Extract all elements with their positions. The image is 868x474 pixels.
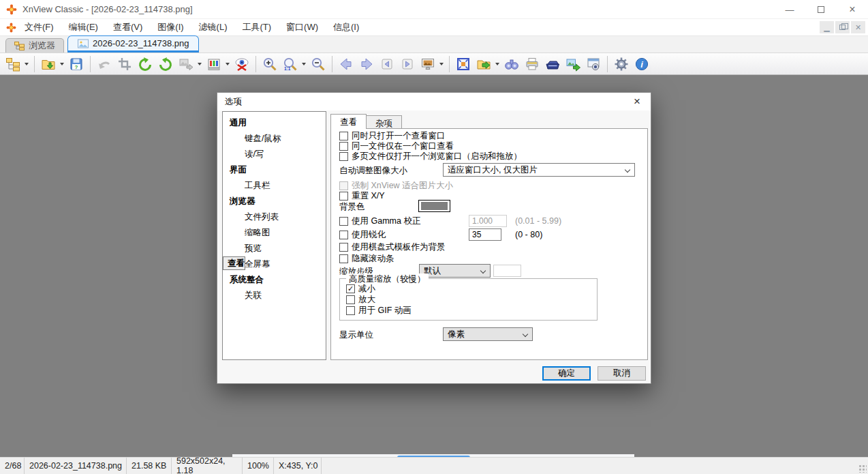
- rotate-right-button[interactable]: [155, 55, 176, 74]
- browse-button[interactable]: [3, 55, 23, 74]
- tree-item-interface[interactable]: 界面: [223, 162, 326, 178]
- zoom-dropdown[interactable]: [300, 55, 307, 74]
- mdi-restore-button[interactable]: [835, 21, 850, 33]
- menu-window[interactable]: 窗口(W): [279, 19, 325, 35]
- slideshow-button[interactable]: [418, 55, 438, 74]
- tree-item-preview[interactable]: 预览: [223, 241, 326, 256]
- undo-button[interactable]: [94, 55, 114, 74]
- tree-item-browser[interactable]: 浏览器: [223, 194, 326, 209]
- next-arrow-icon: [359, 57, 374, 72]
- checkbox-checkerboard[interactable]: [339, 243, 348, 252]
- maximize-button[interactable]: [805, 0, 837, 19]
- mdi-close-button[interactable]: ✕: [851, 21, 865, 33]
- fullscreen-icon: [456, 57, 471, 72]
- adjust-colors-dropdown[interactable]: [224, 55, 230, 74]
- tree-item-system-integration[interactable]: 系统整合: [223, 272, 326, 288]
- batch-convert-button[interactable]: [563, 55, 583, 74]
- settings-button[interactable]: [611, 55, 632, 74]
- dialog-tab-misc[interactable]: 杂项: [367, 115, 402, 129]
- last-image-button[interactable]: [397, 55, 418, 74]
- slideshow-dropdown[interactable]: [438, 55, 444, 74]
- checkbox-hide-scrollbars[interactable]: [339, 254, 348, 263]
- open-with-icon: [476, 57, 491, 72]
- menu-edit[interactable]: 编辑(E): [62, 19, 105, 35]
- convert-button[interactable]: [176, 55, 196, 74]
- next-image-button[interactable]: [356, 55, 377, 74]
- zoom-actual-size-button[interactable]: 1:1: [280, 55, 300, 74]
- tree-item-thumbnails[interactable]: 缩略图: [223, 225, 326, 241]
- chevron-down-icon: [480, 268, 486, 273]
- dialog-close-icon[interactable]: ×: [629, 94, 645, 109]
- bg-color-swatch-button[interactable]: [418, 200, 450, 212]
- close-button[interactable]: ×: [837, 0, 868, 19]
- tree-item-association[interactable]: 关联: [223, 288, 326, 303]
- ok-button[interactable]: 确定: [542, 366, 591, 381]
- red-eye-icon: [234, 57, 249, 72]
- checkbox-reset-xy[interactable]: [339, 192, 348, 201]
- auto-resize-select[interactable]: 适应窗口大小, 仅大图片: [443, 163, 635, 177]
- adjust-colors-button[interactable]: [204, 55, 224, 74]
- tree-item-keyboard-mouse[interactable]: 键盘/鼠标: [223, 131, 326, 147]
- checkbox-single-view-window[interactable]: [339, 132, 348, 140]
- rotate-left-icon: [138, 57, 153, 72]
- screen-capture-icon: [586, 57, 601, 72]
- tree-item-file-list[interactable]: 文件列表: [223, 209, 326, 225]
- display-unit-select[interactable]: 像素: [443, 327, 533, 341]
- print-button[interactable]: [522, 55, 542, 74]
- previous-image-button[interactable]: [336, 55, 356, 74]
- minimize-button[interactable]: —: [774, 0, 805, 19]
- dialog-tab-view[interactable]: 查看: [330, 114, 367, 129]
- browse-dropdown[interactable]: [23, 55, 29, 74]
- convert-dropdown[interactable]: [196, 55, 202, 74]
- info-button[interactable]: i: [632, 55, 652, 74]
- status-bar: 2/68 2026-02-23_114738.png 21.58 KB 592x…: [0, 457, 868, 474]
- search-button[interactable]: [501, 55, 522, 74]
- tree-item-general[interactable]: 通用: [223, 115, 326, 131]
- label-hq-gif: 用于 GIF 动画: [358, 305, 412, 316]
- zoom-step-select[interactable]: 默认: [419, 264, 491, 278]
- menu-filter[interactable]: 滤镜(L): [192, 19, 234, 35]
- first-image-button[interactable]: [377, 55, 397, 74]
- resize-grip[interactable]: [858, 464, 867, 473]
- menu-tools[interactable]: 工具(T): [235, 19, 278, 35]
- menu-file[interactable]: 文件(F): [18, 19, 61, 35]
- cancel-button[interactable]: 取消: [598, 366, 646, 381]
- fullscreen-button[interactable]: [453, 55, 474, 74]
- svg-text:?: ?: [75, 64, 78, 70]
- menu-info[interactable]: 信息(I): [326, 19, 366, 35]
- menu-image[interactable]: 图像(I): [151, 19, 190, 35]
- open-button[interactable]: [38, 55, 59, 74]
- tree-item-toolbar[interactable]: 工具栏: [223, 178, 326, 194]
- acquire-scan-button[interactable]: [542, 55, 563, 74]
- menu-view[interactable]: 查看(V): [106, 19, 149, 35]
- mdi-minimize-button[interactable]: ▁: [820, 21, 834, 33]
- tree-item-view[interactable]: 查看: [223, 256, 245, 270]
- zoom-out-button[interactable]: [308, 55, 328, 74]
- sharpen-input[interactable]: 35: [469, 228, 501, 241]
- tab-browser[interactable]: 浏览器: [5, 38, 64, 53]
- undo-icon: [97, 57, 112, 72]
- checkbox-gamma[interactable]: [339, 217, 348, 226]
- screen-capture-button[interactable]: [583, 55, 604, 74]
- checkbox-same-file-one-window[interactable]: [339, 142, 348, 151]
- red-eye-button[interactable]: [232, 55, 252, 74]
- zoom-in-button[interactable]: [260, 55, 280, 74]
- checkbox-sharpen[interactable]: [339, 231, 348, 239]
- checkbox-hq-reduce[interactable]: ✓: [346, 284, 355, 293]
- checkbox-hq-enlarge[interactable]: [346, 295, 355, 304]
- info-icon: i: [634, 57, 649, 72]
- previous-arrow-icon: [339, 57, 354, 72]
- tree-item-read-write[interactable]: 读/写: [223, 147, 326, 162]
- rotate-left-button[interactable]: [135, 55, 155, 74]
- open-with-dropdown[interactable]: [494, 55, 500, 74]
- crop-button[interactable]: [114, 55, 135, 74]
- open-with-button[interactable]: [474, 55, 494, 74]
- tab-image-file[interactable]: 2026-02-23_114738.png: [67, 35, 199, 53]
- open-dropdown[interactable]: [59, 55, 65, 74]
- save-button[interactable]: ?: [66, 55, 87, 74]
- checkbox-multipage-one-browser[interactable]: [339, 152, 348, 161]
- image-file-icon: [78, 39, 89, 48]
- options-dialog-titlebar[interactable]: 选项: [217, 93, 651, 110]
- checkbox-hq-gif[interactable]: [346, 306, 355, 315]
- tab-label: 2026-02-23_114738.png: [93, 38, 189, 48]
